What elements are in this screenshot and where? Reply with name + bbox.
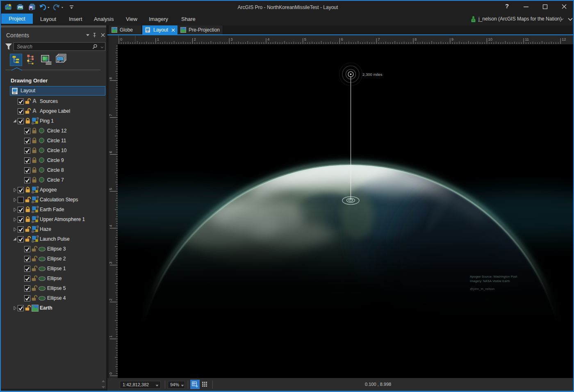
svg-text:0: 0 — [120, 37, 122, 41]
svg-text:1: 1 — [157, 37, 159, 41]
svg-text:12: 12 — [562, 37, 566, 41]
svg-text:6: 6 — [341, 37, 343, 41]
svg-text:4: 4 — [267, 37, 269, 41]
svg-text:4: 4 — [109, 225, 113, 227]
svg-text:@john_m_nelson: @john_m_nelson — [470, 287, 494, 291]
svg-text:8: 8 — [109, 77, 113, 79]
svg-text:0: 0 — [109, 372, 113, 374]
svg-text:5: 5 — [109, 188, 113, 190]
svg-text:11: 11 — [525, 37, 529, 41]
svg-text:2,300 miles: 2,300 miles — [362, 72, 383, 77]
svg-text:7: 7 — [109, 114, 113, 116]
svg-text:8: 8 — [415, 37, 417, 41]
svg-text:2: 2 — [194, 37, 196, 41]
svg-text:6: 6 — [109, 151, 113, 153]
svg-text:2: 2 — [109, 299, 113, 301]
svg-text:5: 5 — [304, 37, 306, 41]
svg-text:9: 9 — [451, 37, 453, 41]
svg-text:Apogee Source: Washington Post: Apogee Source: Washington Post — [470, 275, 517, 278]
svg-text:10: 10 — [488, 37, 493, 41]
svg-text:1: 1 — [109, 335, 113, 337]
svg-text:3: 3 — [230, 37, 232, 41]
svg-text:3: 3 — [109, 262, 113, 264]
svg-text:Imagery: NASA Visible Earth: Imagery: NASA Visible Earth — [470, 279, 510, 283]
svg-text:7: 7 — [378, 37, 380, 41]
